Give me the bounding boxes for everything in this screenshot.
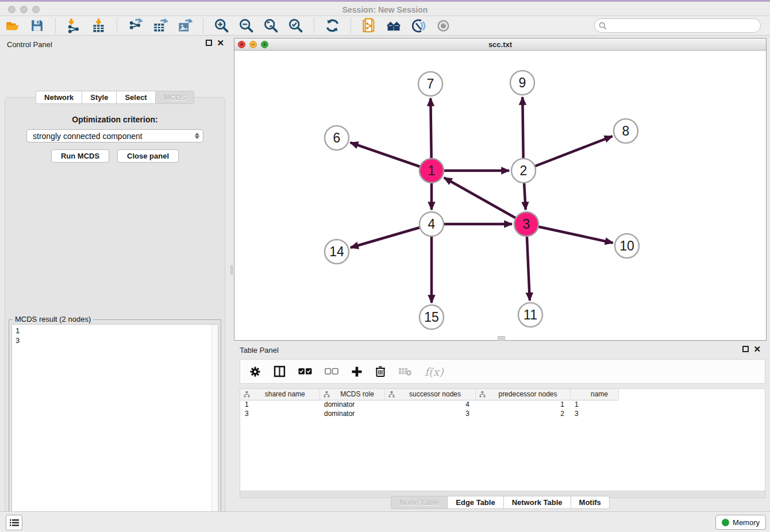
search-input[interactable] xyxy=(610,21,760,30)
hidden-eye-icon xyxy=(436,18,451,33)
run-mcds-button[interactable]: Run MCDS xyxy=(51,149,109,163)
mcds-panel: Optimization criterion: strongly connect… xyxy=(5,97,225,532)
result-line: 3 xyxy=(16,336,218,345)
unselect-all-icon[interactable] xyxy=(325,368,338,375)
settings-gear-icon[interactable] xyxy=(249,366,261,377)
main-toolbar xyxy=(0,16,770,36)
float-table-panel-icon[interactable] xyxy=(742,346,749,352)
control-panel-title: Control Panel xyxy=(7,40,52,49)
toolbar-separator xyxy=(314,18,314,33)
import-table-icon[interactable] xyxy=(91,18,106,33)
tab-node-table[interactable]: Node Table xyxy=(391,496,447,509)
splitter-grip[interactable] xyxy=(230,265,233,275)
open-file-icon[interactable] xyxy=(5,18,20,33)
graph-node-label: 3 xyxy=(523,217,530,232)
toolbar-separator xyxy=(203,18,203,33)
open-session-home-icon[interactable] xyxy=(386,18,402,33)
clone-network-icon[interactable] xyxy=(361,18,377,33)
tab-style[interactable]: Style xyxy=(82,91,116,104)
graph-edge-3-10[interactable] xyxy=(526,224,613,243)
status-bar: Memory xyxy=(0,511,770,532)
dropdown-value: strongly connected component xyxy=(33,132,143,141)
tab-motifs[interactable]: Motifs xyxy=(571,496,610,509)
toolbar-separator xyxy=(55,18,56,33)
export-image-icon[interactable] xyxy=(177,18,192,33)
control-panel: Control Panel ✕ Network Style Select MCD… xyxy=(0,36,230,511)
window-titlebar: Session: New Session xyxy=(0,0,770,16)
list-icon xyxy=(10,519,19,527)
graph-node-label: 2 xyxy=(520,163,528,178)
zoom-in-icon[interactable] xyxy=(214,18,229,33)
network-window: × − + scc.txt 7968124314101511 xyxy=(234,38,767,341)
network-graph: 7968124314101511 xyxy=(234,51,766,340)
network-canvas[interactable]: 7968124314101511 xyxy=(234,51,766,340)
graph-node-label: 11 xyxy=(523,307,537,322)
tab-network[interactable]: Network xyxy=(36,91,82,104)
close-panel-icon[interactable]: ✕ xyxy=(217,40,224,46)
graph-edge-2-8[interactable] xyxy=(523,136,613,171)
column-header-predecessor-nodes[interactable]: predecessor nodes xyxy=(475,389,570,400)
function-builder-icon: f(x) xyxy=(425,365,444,378)
memory-status-icon xyxy=(722,519,729,526)
delete-row-icon[interactable] xyxy=(375,365,386,377)
graph-node-label: 9 xyxy=(519,75,526,90)
graph-node-label: 4 xyxy=(428,217,436,232)
toolbar-separator xyxy=(351,18,351,33)
column-header-successor-nodes[interactable]: successor nodes xyxy=(384,389,475,400)
graph-node-label: 15 xyxy=(424,310,439,325)
add-row-icon[interactable] xyxy=(351,366,363,377)
cyndex-browser-icon[interactable] xyxy=(411,18,426,33)
export-table-icon[interactable] xyxy=(152,18,168,33)
tab-mcds[interactable]: MCDS xyxy=(155,91,194,104)
table-panel: Table Panel ✕ f(x) xyxy=(234,342,767,511)
tab-edge-table[interactable]: Edge Table xyxy=(447,496,503,509)
show-task-history-button[interactable] xyxy=(6,515,22,530)
close-table-panel-icon[interactable]: ✕ xyxy=(753,346,761,352)
close-panel-button[interactable]: Close panel xyxy=(117,149,179,163)
network-window-titlebar[interactable]: × − + scc.txt xyxy=(234,38,766,51)
tab-select[interactable]: Select xyxy=(116,91,155,104)
toggle-columns-icon[interactable] xyxy=(274,365,286,377)
table-row[interactable]: 1 dominator 4 1 1 xyxy=(240,400,618,409)
column-type-icon xyxy=(388,391,395,399)
export-network-icon[interactable] xyxy=(128,18,143,33)
graph-edge-3-1[interactable] xyxy=(444,178,526,224)
save-session-icon[interactable] xyxy=(29,18,45,33)
float-panel-icon[interactable] xyxy=(206,40,212,46)
panel-splitter[interactable] xyxy=(230,36,234,511)
optimization-criterion-select[interactable]: strongly connected component xyxy=(26,129,203,142)
zoom-out-icon[interactable] xyxy=(238,18,254,33)
horizontal-splitter-grip[interactable] xyxy=(498,336,505,341)
tab-network-table[interactable]: Network Table xyxy=(503,496,571,509)
mcds-result-text[interactable]: 1 3 xyxy=(11,324,218,532)
column-header-mcds-role[interactable]: MCDS role xyxy=(319,389,384,400)
memory-button[interactable]: Memory xyxy=(715,515,766,530)
search-icon xyxy=(599,22,607,30)
import-network-icon[interactable] xyxy=(66,18,82,33)
column-header-name[interactable]: name xyxy=(570,389,618,400)
delete-table-icon xyxy=(398,367,412,376)
mcds-result-box: MCDS result (2 nodes) 1 3 xyxy=(9,319,221,532)
zoom-selected-icon[interactable] xyxy=(288,18,303,33)
apply-preferred-layout-icon[interactable] xyxy=(325,18,340,33)
table-toolbar: f(x) xyxy=(240,359,765,384)
search-field[interactable] xyxy=(594,18,761,33)
memory-label: Memory xyxy=(733,518,760,527)
optimization-criterion-label: Optimization criterion: xyxy=(5,115,225,124)
column-header-shared-name[interactable]: shared name xyxy=(240,389,319,400)
node-table[interactable]: shared name MCDS role successor nodes pr… xyxy=(240,388,765,491)
window-title: Session: New Session xyxy=(0,5,770,14)
select-all-icon[interactable] xyxy=(298,368,312,375)
graph-node-label: 14 xyxy=(329,244,344,259)
result-scrollbar[interactable] xyxy=(211,325,218,531)
graph-node-label: 8 xyxy=(622,124,630,138)
zoom-fit-icon[interactable] xyxy=(263,18,279,33)
chevron-updown-icon xyxy=(195,133,199,139)
graph-node-label: 1 xyxy=(428,163,436,178)
graph-edge-1-6[interactable] xyxy=(351,142,432,171)
table-header-row: shared name MCDS role successor nodes pr… xyxy=(240,389,618,400)
network-window-title: scc.txt xyxy=(234,40,766,49)
column-type-icon xyxy=(479,391,486,399)
mcds-result-title: MCDS result (2 nodes) xyxy=(13,315,93,323)
table-row[interactable]: 3 dominator 3 2 3 xyxy=(240,409,618,418)
